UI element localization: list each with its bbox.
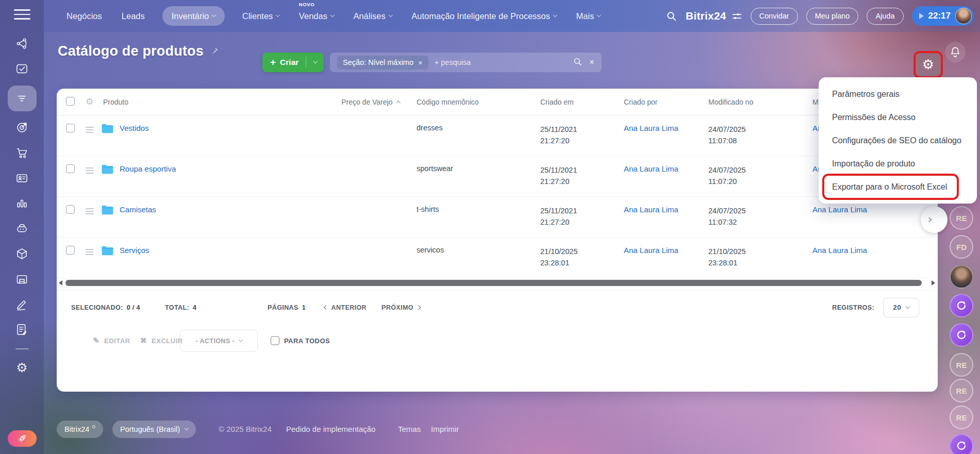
print-link[interactable]: Imprimir xyxy=(431,425,459,433)
cart-icon[interactable] xyxy=(13,144,31,162)
user-link[interactable]: Ana Laura Lima xyxy=(812,205,867,214)
menu-item-permiss-es-de-acesso[interactable]: Permissões de Acesso xyxy=(819,106,977,129)
hamburger-menu-icon[interactable] xyxy=(14,9,30,20)
nav-item-neg-cios[interactable]: Negócios xyxy=(64,6,104,26)
language-selector[interactable]: Português (Brasil) xyxy=(112,421,196,438)
horizontal-scrollbar[interactable] xyxy=(65,280,922,286)
nav-item-leads[interactable]: Leads xyxy=(120,6,147,26)
warehouse-icon[interactable] xyxy=(13,271,31,288)
search-icon[interactable] xyxy=(666,10,677,22)
row-checkbox[interactable] xyxy=(66,164,75,173)
drag-handle-icon[interactable] xyxy=(86,156,101,196)
product-link[interactable]: Roupa esportiva xyxy=(120,164,176,173)
initials-avatar[interactable]: RE xyxy=(950,206,973,230)
filterbar-icons: × xyxy=(573,57,594,69)
column-header-created-by[interactable]: Criado por xyxy=(624,98,708,106)
sidebar-icon-stack: ⚙ xyxy=(8,35,37,447)
menu-item-configura-es-de-seo-do-cat-logo[interactable]: Configurações de SEO do catálogo xyxy=(819,129,977,152)
footer-brand-badge[interactable]: Bitrix24 xyxy=(57,421,103,438)
column-header-created-at[interactable]: Criado em xyxy=(540,98,624,106)
column-header-product[interactable]: Produto xyxy=(101,98,290,106)
document-edit-icon[interactable] xyxy=(13,321,31,339)
select-all-checkbox[interactable] xyxy=(66,97,75,106)
nav-item-vendas[interactable]: NOVOVendas xyxy=(297,6,336,26)
implementation-link[interactable]: Pedido de implementação xyxy=(286,425,375,433)
for-all-toggle[interactable]: PARA TODOS xyxy=(271,337,330,345)
user-link[interactable]: Ana Laura Lima xyxy=(624,246,678,255)
nav-item-clientes[interactable]: Clientes xyxy=(240,6,281,26)
drag-handle-icon[interactable] xyxy=(86,197,101,237)
user-avatar[interactable] xyxy=(955,8,972,24)
user-link[interactable]: Ana Laura Lima xyxy=(624,205,678,214)
actions-dropdown[interactable]: - ACTIONS - xyxy=(180,330,258,352)
column-settings-gear-icon[interactable]: ⚙ xyxy=(86,96,101,107)
menu-item-exportar-para-o-microsoft-excel[interactable]: Exportar para o Microsoft Excel xyxy=(819,175,977,198)
next-page-button[interactable]: PRÓXIMO xyxy=(381,304,420,311)
delete-button[interactable]: ✖ EXCLUIR xyxy=(140,336,183,345)
catalog-settings-gear-button[interactable]: ⚙ xyxy=(913,51,943,78)
filter-chip[interactable]: Seção: Nível máximo × xyxy=(337,56,428,70)
scroll-left-arrow[interactable] xyxy=(59,280,62,285)
records-select[interactable]: 20 xyxy=(883,298,919,317)
themes-link[interactable]: Temas xyxy=(398,425,421,433)
drag-handle-icon[interactable] xyxy=(86,238,101,278)
analytics-bars-icon[interactable] xyxy=(13,195,31,212)
inventory-box-icon[interactable] xyxy=(13,245,31,263)
initials-avatar[interactable]: RE xyxy=(950,353,973,377)
time-tracker[interactable]: 22:17 xyxy=(912,6,974,26)
create-button[interactable]: + Criar xyxy=(262,53,324,72)
filter-clear-icon[interactable]: × xyxy=(589,57,594,68)
row-checkbox[interactable] xyxy=(66,124,75,132)
notifications-bell-icon[interactable] xyxy=(945,42,966,62)
scroll-right-arrow[interactable] xyxy=(932,280,935,285)
rocket-icon[interactable] xyxy=(8,430,37,447)
filter-search-icon[interactable] xyxy=(573,57,583,69)
filter-search-bar[interactable]: Seção: Nível máximo × + pesquisa × xyxy=(330,53,602,72)
product-link[interactable]: Camisetas xyxy=(120,205,156,214)
create-dropdown-toggle[interactable] xyxy=(306,62,324,63)
pin-icon[interactable] xyxy=(210,43,220,59)
menu-item-par-metros-gerais[interactable]: Parâmetros gerais xyxy=(819,82,977,106)
column-header-price[interactable]: Preço de Varejo xyxy=(290,98,400,106)
initials-avatar[interactable]: RE xyxy=(950,379,973,402)
copilot-avatar[interactable] xyxy=(950,323,973,347)
search-placeholder[interactable]: + pesquisa xyxy=(435,58,471,66)
previous-page-button[interactable]: ANTERIOR xyxy=(325,304,367,311)
drag-handle-icon[interactable] xyxy=(86,115,101,156)
invite-button[interactable]: Convidar xyxy=(751,8,798,25)
equalizer-icon[interactable] xyxy=(732,11,742,22)
user-link[interactable]: Ana Laura Lima xyxy=(624,124,678,132)
contact-card-icon[interactable] xyxy=(13,170,31,187)
settings-gear-icon[interactable]: ⚙ xyxy=(13,359,31,377)
chip-remove-icon[interactable]: × xyxy=(418,58,423,67)
crm-funnel-icon[interactable] xyxy=(8,86,37,111)
edit-button[interactable]: ✎ EDITAR xyxy=(93,336,130,345)
expand-columns-button[interactable] xyxy=(921,206,948,233)
my-plan-button[interactable]: Meu plano xyxy=(806,8,859,25)
help-button[interactable]: Ajuda xyxy=(867,8,903,25)
column-header-modified-at[interactable]: Modificado no xyxy=(708,98,812,106)
ai-robot-icon[interactable] xyxy=(13,220,31,238)
nav-item-invent-rio[interactable]: Inventário xyxy=(162,6,225,26)
menu-item-importa-o-de-produto[interactable]: Importação de produto xyxy=(819,152,977,175)
for-all-checkbox[interactable] xyxy=(271,337,279,345)
copilot-avatar[interactable] xyxy=(950,294,973,317)
product-link[interactable]: Vestidos xyxy=(120,124,149,132)
row-checkbox[interactable] xyxy=(66,205,75,214)
copilot-avatar[interactable] xyxy=(950,434,973,454)
initials-avatar[interactable]: RE xyxy=(950,406,973,429)
nav-item-automa-o-inteligente-de-processos[interactable]: Automação Inteligente de Processos xyxy=(409,6,558,26)
row-checkbox[interactable] xyxy=(66,246,75,255)
column-header-code[interactable]: Código mnemônico xyxy=(400,98,540,106)
user-link[interactable]: Ana Laura Lima xyxy=(812,246,867,255)
initials-avatar[interactable]: FD xyxy=(950,235,973,259)
user-link[interactable]: Ana Laura Lima xyxy=(624,164,678,173)
marketing-target-icon[interactable] xyxy=(13,119,31,137)
nav-item-an-lises[interactable]: Análises xyxy=(351,6,394,26)
photo-avatar[interactable] xyxy=(950,265,973,289)
nav-item-mais[interactable]: Mais xyxy=(574,6,603,26)
network-icon[interactable] xyxy=(13,35,31,53)
product-link[interactable]: Serviços xyxy=(120,246,150,255)
sign-pencil-icon[interactable] xyxy=(13,296,31,313)
tasks-icon[interactable] xyxy=(13,60,31,78)
